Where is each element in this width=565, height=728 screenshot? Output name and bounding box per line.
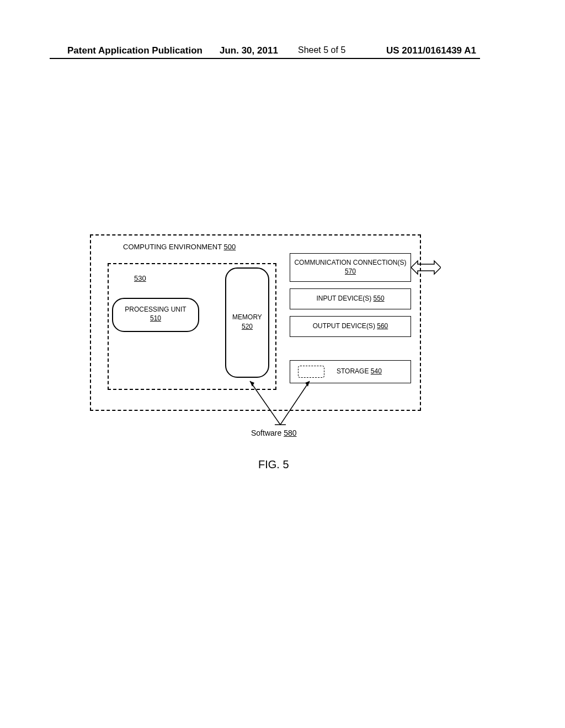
memory-num: 520 — [226, 322, 268, 331]
inner-box-num: 530 — [134, 274, 146, 282]
processing-unit-num: 510 — [113, 314, 198, 323]
output-num: 560 — [377, 322, 388, 330]
communication-box: COMMUNICATION CONNECTION(S) 570 — [290, 253, 411, 282]
software-label-text: Software — [251, 429, 281, 437]
memory-block: MEMORY 520 — [225, 267, 269, 378]
communication-num: 570 — [345, 267, 356, 275]
header-pubnum: US 2011/0161439 A1 — [386, 45, 476, 56]
header-date: Jun. 30, 2011 — [220, 45, 278, 56]
svg-line-1 — [250, 381, 280, 425]
figure-label: FIG. 5 — [258, 458, 289, 471]
input-num: 550 — [374, 295, 385, 302]
env-title-text: COMPUTING ENVIRONMENT — [123, 243, 222, 251]
output-devices-box: OUTPUT DEVICE(S) 560 — [290, 316, 411, 337]
header-rule — [50, 58, 480, 59]
header-publication: Patent Application Publication — [67, 45, 202, 56]
bidirectional-arrow-icon — [411, 259, 441, 276]
processing-unit-label: PROCESSING UNIT — [113, 306, 198, 314]
env-title: COMPUTING ENVIRONMENT 500 — [123, 243, 236, 251]
processing-unit-block: PROCESSING UNIT 510 — [112, 298, 199, 332]
storage-inner-dashed — [298, 366, 324, 378]
input-devices-box: INPUT DEVICE(S) 550 — [290, 288, 411, 309]
svg-marker-0 — [411, 261, 441, 274]
communication-label: COMMUNICATION CONNECTION(S) — [294, 259, 406, 266]
software-label: Software 580 — [251, 429, 297, 437]
memory-label: MEMORY — [226, 313, 268, 322]
storage-num: 540 — [371, 367, 382, 375]
env-title-num: 500 — [224, 243, 236, 251]
software-label-num: 580 — [284, 429, 296, 437]
svg-marker-4 — [305, 381, 310, 387]
header-sheet: Sheet 5 of 5 — [298, 45, 345, 55]
input-label: INPUT DEVICE(S) — [316, 295, 371, 302]
diagram-container: COMPUTING ENVIRONMENT 500 530 PROCESSING… — [90, 234, 421, 411]
storage-label: STORAGE — [337, 367, 369, 375]
output-label: OUTPUT DEVICE(S) — [313, 322, 375, 330]
svg-line-3 — [280, 381, 310, 425]
